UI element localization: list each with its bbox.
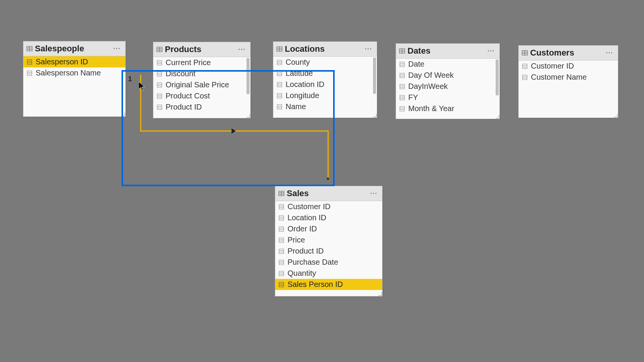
field-label: Longitude: [286, 91, 319, 100]
field-current-price[interactable]: Current Price: [153, 57, 250, 68]
table-header-dates[interactable]: Dates ···: [396, 44, 499, 59]
scrollbar[interactable]: [373, 57, 376, 94]
svg-rect-42: [277, 93, 282, 98]
field-county[interactable]: County: [273, 57, 377, 68]
table-title: Sales: [287, 188, 366, 198]
field-name[interactable]: Name: [273, 101, 377, 112]
column-icon: [26, 59, 33, 65]
field-customer-name[interactable]: Customer Name: [519, 72, 618, 83]
svg-marker-105: [139, 82, 145, 91]
svg-rect-81: [279, 205, 284, 209]
field-label: Location ID: [286, 80, 324, 89]
table-menu-button[interactable]: ···: [237, 46, 247, 53]
model-canvas[interactable]: 1 * Salespeople ··· Salesperson ID S: [0, 0, 644, 362]
field-label: FY: [408, 93, 418, 102]
column-icon: [399, 106, 405, 112]
table-sales[interactable]: Sales ··· Customer ID Location ID Order …: [275, 186, 383, 296]
table-products[interactable]: Products ··· Current Price Discount Orig…: [153, 42, 251, 118]
field-label: Salesperson Name: [36, 69, 101, 77]
field-fy[interactable]: FY: [396, 92, 499, 103]
column-icon: [278, 282, 284, 288]
field-latitude[interactable]: Latitude: [273, 68, 377, 79]
table-header-sales[interactable]: Sales ···: [275, 186, 382, 201]
field-order-id[interactable]: Order ID: [275, 223, 382, 234]
field-date[interactable]: Date: [396, 59, 499, 70]
table-menu-button[interactable]: ···: [363, 46, 374, 52]
svg-rect-99: [279, 271, 284, 276]
field-location-id[interactable]: Location ID: [275, 212, 382, 223]
table-header-locations[interactable]: Locations ···: [273, 42, 377, 57]
field-day-of-week[interactable]: Day Of Week: [396, 70, 499, 81]
relationship-direction-arrow: [232, 128, 236, 134]
table-title: Locations: [285, 44, 361, 54]
field-quantity[interactable]: Quantity: [275, 268, 382, 279]
column-icon: [399, 84, 405, 90]
field-product-id[interactable]: Product ID: [153, 102, 250, 113]
resize-handle[interactable]: [121, 112, 125, 116]
column-icon: [278, 248, 284, 254]
table-icon: [278, 190, 284, 197]
resize-handle[interactable]: [614, 113, 618, 117]
column-icon: [278, 215, 284, 221]
table-customers[interactable]: Customers ··· Customer ID Customer Name: [518, 45, 618, 118]
table-dates[interactable]: Dates ··· Date Day Of Week DayInWeek FY: [396, 43, 500, 119]
field-price[interactable]: Price: [275, 234, 382, 246]
table-menu-button[interactable]: ···: [112, 45, 122, 52]
field-purchase-date[interactable]: Purchase Date: [275, 257, 382, 268]
field-label: Product ID: [166, 103, 202, 111]
table-title: Dates: [407, 46, 484, 56]
scrollbar[interactable]: [496, 59, 499, 95]
table-menu-button[interactable]: ···: [369, 190, 379, 197]
field-label: Order ID: [288, 224, 317, 233]
table-body: Current Price Discount Original Sale Pri…: [153, 57, 250, 118]
svg-rect-84: [279, 216, 284, 220]
mouse-cursor-icon: [139, 82, 146, 92]
field-customer-id[interactable]: Customer ID: [275, 201, 382, 212]
field-customer-id[interactable]: Customer ID: [519, 61, 618, 72]
field-month-year[interactable]: Month & Year: [396, 103, 499, 114]
field-salesperson-id[interactable]: Salesperson ID: [23, 56, 125, 67]
svg-rect-33: [277, 60, 282, 65]
svg-rect-52: [400, 62, 404, 67]
field-location-id[interactable]: Location ID: [273, 79, 377, 90]
table-menu-button[interactable]: ···: [605, 49, 615, 56]
field-product-id[interactable]: Product ID: [275, 246, 382, 257]
field-product-cost[interactable]: Product Cost: [153, 90, 250, 102]
field-label: Customer ID: [288, 202, 330, 211]
table-header-products[interactable]: Products ···: [153, 42, 250, 57]
resize-handle[interactable]: [246, 114, 250, 118]
field-label: Purchase Date: [288, 258, 338, 267]
column-icon: [278, 237, 284, 243]
resize-handle[interactable]: [373, 113, 376, 117]
field-discount[interactable]: Discount: [153, 68, 250, 79]
table-icon: [276, 46, 283, 52]
column-icon: [276, 93, 283, 99]
field-original-sale-price[interactable]: Original Sale Price: [153, 79, 250, 90]
scrollbar[interactable]: [246, 58, 250, 94]
field-label: Customer Name: [531, 73, 587, 82]
table-body: Customer ID Customer Name: [519, 61, 618, 118]
table-header-salespeople[interactable]: Salespeople ···: [23, 41, 125, 56]
svg-rect-58: [400, 84, 404, 89]
field-label: Product ID: [288, 247, 324, 256]
column-icon: [276, 59, 283, 66]
table-locations[interactable]: Locations ··· County Latitude Location I…: [273, 41, 377, 118]
svg-rect-64: [400, 106, 404, 111]
column-icon: [276, 104, 283, 110]
svg-rect-20: [157, 83, 162, 87]
field-longitude[interactable]: Longitude: [273, 90, 377, 101]
column-icon: [156, 60, 163, 66]
resize-handle[interactable]: [378, 292, 382, 296]
svg-rect-45: [277, 105, 282, 109]
field-sales-person-id[interactable]: Sales Person ID: [275, 279, 382, 290]
table-menu-button[interactable]: ···: [486, 48, 496, 54]
resize-handle[interactable]: [495, 115, 499, 118]
svg-rect-14: [157, 61, 162, 65]
table-header-customers[interactable]: Customers ···: [519, 46, 618, 61]
field-label: Month & Year: [408, 104, 454, 113]
field-salesperson-name[interactable]: Salesperson Name: [23, 67, 125, 79]
field-dayinweek[interactable]: DayInWeek: [396, 81, 499, 92]
svg-rect-90: [279, 238, 284, 242]
column-icon: [522, 63, 528, 69]
table-salespeople[interactable]: Salespeople ··· Salesperson ID Salespers…: [23, 41, 126, 117]
